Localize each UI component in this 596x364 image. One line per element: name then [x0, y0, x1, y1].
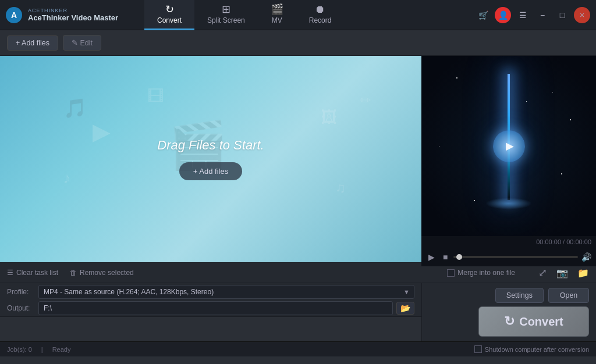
svg-text:A: A — [11, 10, 17, 20]
drop-add-label: + Add files — [193, 167, 228, 176]
toolbar: + Add files ✎ Edit — [0, 30, 596, 56]
account-icon: 👤 — [498, 10, 508, 20]
record-tab-icon: ⏺ — [315, 4, 325, 15]
preview-video-area — [421, 56, 596, 236]
mv-tab-icon: 🎬 — [271, 4, 283, 15]
browse-folder-icon: 📂 — [400, 304, 410, 313]
drop-zone-text: Drag Files to Start. — [157, 138, 264, 153]
add-files-label: + Add files — [16, 39, 49, 47]
drop-add-button[interactable]: + Add files — [179, 162, 242, 180]
profile-label: Profile: — [7, 288, 38, 296]
profile-output-bar: Profile: MP4 - Same as source (H.264; AA… — [0, 283, 421, 317]
app-logo-area: A ACETHINKER AceThinker Video Master — [5, 6, 144, 24]
settings-open-buttons: Settings Open — [429, 288, 589, 303]
media-icon-7: ✏ — [360, 93, 371, 108]
cart-icon: 🛒 — [478, 10, 488, 20]
shutdown-check-area[interactable]: Shutdown computer after conversion — [474, 345, 589, 353]
convert-big-button[interactable]: ↻ Convert — [478, 306, 589, 337]
drop-zone[interactable]: 🎵 🎞 ▶ ♪ 🖼 ♫ ✏ 🎬 Drag Files to Start. + A… — [0, 56, 421, 262]
edit-label: ✎ Edit — [72, 38, 93, 47]
media-icon-3: ▶ — [93, 118, 111, 145]
settings-label: Settings — [506, 291, 533, 299]
star-4 — [439, 146, 439, 147]
preview-panel: 00:00:00 / 00:00:00 ▶ ■ 🔊 — [421, 56, 596, 262]
clear-task-icon: ☰ — [7, 269, 13, 277]
titlebar: A ACETHINKER AceThinker Video Master ↻ C… — [0, 0, 596, 30]
menu-icon: ☰ — [519, 10, 527, 20]
preview-play-ctrl[interactable]: ▶ — [426, 251, 437, 263]
open-folder-button[interactable]: 📁 — [577, 267, 589, 279]
status-job-count: Job(s): 0 — [7, 346, 32, 353]
shutdown-checkbox[interactable] — [474, 345, 482, 353]
output-path-input[interactable] — [38, 301, 393, 315]
status-ready-text: Ready — [52, 346, 71, 353]
profile-select-wrap: MP4 - Same as source (H.264; AAC, 128Kbp… — [38, 285, 414, 299]
remove-selected-icon: 🗑 — [70, 269, 77, 277]
main-area: 🎵 🎞 ▶ ♪ 🖼 ♫ ✏ 🎬 Drag Files to Start. + A… — [0, 56, 596, 262]
tab-record-label: Record — [309, 16, 332, 24]
settings-button[interactable]: Settings — [495, 288, 544, 303]
snapshot-button[interactable]: 📷 — [556, 267, 568, 279]
add-files-button[interactable]: + Add files — [7, 35, 58, 51]
minimize-button[interactable]: − — [534, 7, 551, 23]
media-icon-6: ♫ — [335, 180, 346, 196]
merge-checkbox-area[interactable]: Merge into one file — [447, 269, 515, 277]
restore-button[interactable]: □ — [554, 7, 570, 23]
clear-task-button[interactable]: ☰ Clear task list — [7, 269, 58, 277]
remove-selected-label: Remove selected — [80, 269, 134, 277]
tab-mv[interactable]: 🎬 MV — [258, 0, 296, 30]
close-icon: × — [580, 10, 584, 20]
convert-spinner-icon: ↻ — [504, 314, 515, 329]
tab-convert-label: Convert — [157, 16, 182, 24]
media-icon-1: 🎵 — [63, 97, 87, 119]
seek-thumb[interactable] — [456, 254, 462, 260]
right-action-panel: Settings Open ↻ Convert — [421, 283, 596, 341]
merge-checkbox[interactable] — [447, 269, 455, 277]
cart-button[interactable]: 🛒 — [475, 7, 491, 23]
app-subtitle: ACETHINKER — [28, 8, 118, 13]
output-row: Output: 📂 — [7, 300, 414, 316]
edit-button[interactable]: ✎ Edit — [63, 35, 101, 51]
tab-record[interactable]: ⏺ Record — [296, 0, 345, 30]
tab-mv-label: MV — [272, 16, 282, 24]
preview-play-button[interactable] — [493, 130, 525, 162]
output-path-wrap: 📂 — [38, 301, 414, 315]
bottom-config-area: Profile: MP4 - Same as source (H.264; AA… — [0, 283, 596, 341]
preview-extra-actions: ⤢ 📷 📁 — [538, 266, 589, 279]
tab-convert[interactable]: ↻ Convert — [144, 0, 194, 30]
seek-bar[interactable] — [453, 256, 578, 258]
split-screen-tab-icon: ⊞ — [222, 4, 230, 15]
star-2 — [552, 92, 553, 92]
star-1 — [456, 77, 457, 78]
remove-selected-button[interactable]: 🗑 Remove selected — [70, 269, 134, 277]
open-button[interactable]: Open — [548, 288, 589, 303]
crop-video-button[interactable]: ⤢ — [538, 266, 547, 279]
account-button[interactable]: 👤 — [495, 7, 511, 23]
volume-icon[interactable]: 🔊 — [581, 252, 591, 262]
convert-tab-icon: ↻ — [165, 4, 174, 15]
preview-controls: ▶ ■ 🔊 — [421, 248, 596, 266]
preview-stop-ctrl[interactable]: ■ — [441, 251, 450, 263]
profile-select[interactable]: MP4 - Same as source (H.264; AAC, 128Kbp… — [38, 285, 414, 299]
media-icon-5: 🖼 — [321, 108, 337, 127]
star-7 — [474, 200, 475, 201]
shutdown-label: Shutdown computer after conversion — [485, 346, 589, 353]
output-browse-button[interactable]: 📂 — [396, 302, 414, 315]
tab-split-screen-label: Split Screen — [207, 16, 245, 24]
restore-icon: □ — [560, 10, 565, 20]
close-button[interactable]: × — [574, 7, 590, 23]
status-separator: | — [41, 346, 43, 353]
open-label: Open — [560, 291, 578, 299]
tab-split-screen[interactable]: ⊞ Split Screen — [194, 0, 258, 30]
menu-button[interactable]: ☰ — [515, 7, 531, 23]
preview-time-display: 00:00:00 / 00:00:00 — [421, 236, 596, 248]
star-3 — [570, 119, 571, 120]
statusbar: Job(s): 0 | Ready Shutdown computer afte… — [0, 341, 596, 356]
minimize-icon: − — [540, 10, 545, 20]
app-name: AceThinker Video Master — [28, 13, 118, 22]
drop-zone-decoration: 🎵 🎞 ▶ ♪ 🖼 ♫ ✏ 🎬 — [0, 56, 421, 262]
merge-label: Merge into one file — [457, 269, 515, 277]
star-6 — [526, 101, 527, 102]
star-5 — [561, 173, 562, 174]
media-icon-4: ♪ — [63, 169, 71, 187]
